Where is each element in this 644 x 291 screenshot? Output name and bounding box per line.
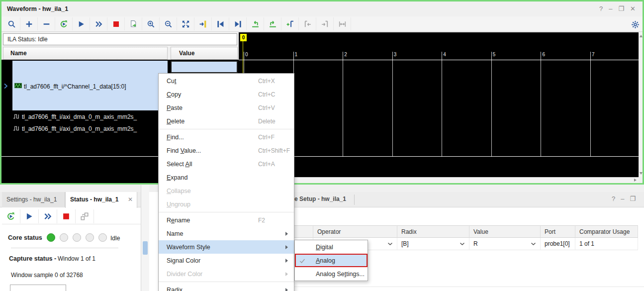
- zoom-in-icon[interactable]: [142, 17, 160, 30]
- trigger-col-header-operator[interactable]: Operator: [313, 225, 397, 238]
- progress-field: [10, 285, 66, 291]
- tab-settings-hw-ila-1[interactable]: Settings - hw_ila_1: [2, 192, 65, 207]
- radix-dropdown[interactable]: [B]: [397, 238, 469, 250]
- divider: [11, 248, 118, 248]
- ruler-gridline: [541, 52, 541, 60]
- chevron-down-icon: [387, 240, 393, 247]
- waveform-window: Waveform - hw_ila_1 ? – ❐ ✕ ILA Status: …: [0, 0, 644, 185]
- panel-splitter[interactable]: [141, 185, 149, 291]
- search-icon[interactable]: [3, 17, 20, 30]
- menu-item-label: Copy: [167, 91, 181, 98]
- maximize-icon[interactable]: ❐: [630, 195, 636, 202]
- tab-label: Status - hw_ila_1: [70, 196, 118, 203]
- menu-item-copy[interactable]: CopyCtrl+C: [159, 88, 294, 101]
- menu-item-rename[interactable]: RenameF2: [159, 213, 294, 227]
- add-probes-icon[interactable]: [20, 17, 38, 30]
- tab-status-hw-ila-1[interactable]: Status - hw_ila_1 ✕: [65, 192, 137, 208]
- span-markers-icon: [334, 17, 351, 30]
- name-column-header[interactable]: Name: [3, 47, 168, 60]
- ruler-baseline: [239, 60, 639, 60]
- menu-item-paste[interactable]: PasteCtrl+V: [159, 101, 294, 114]
- export-data-icon[interactable]: [125, 17, 142, 30]
- port-cell[interactable]: probe1[0]: [541, 238, 575, 250]
- core-status-light-active: [47, 233, 55, 242]
- help-icon[interactable]: ?: [599, 5, 603, 12]
- goto-previous-transition-icon[interactable]: [212, 17, 229, 30]
- goto-trigger-icon[interactable]: [194, 17, 212, 30]
- run-trigger-icon[interactable]: [73, 17, 90, 30]
- goto-next-transition-icon[interactable]: [229, 17, 247, 30]
- menu-item-signal-color[interactable]: Signal Color: [159, 254, 294, 267]
- menu-item-find-value[interactable]: Find Value...Ctrl+Shift+F: [159, 144, 294, 157]
- close-icon[interactable]: ✕: [630, 5, 636, 12]
- menu-item-label: Cut: [167, 78, 176, 85]
- tab-capture-setup[interactable]: e Setup - hw_ila_1: [294, 195, 346, 202]
- waveform-plot-area[interactable]: [239, 32, 639, 177]
- scroll-right-icon[interactable]: [634, 179, 637, 182]
- zoom-fit-icon[interactable]: [177, 17, 194, 30]
- help-icon[interactable]: ?: [612, 195, 615, 202]
- menu-item-cut[interactable]: CutCtrl+X: [159, 74, 294, 88]
- menu-item-radix[interactable]: Radix: [159, 283, 294, 291]
- tab-close-icon[interactable]: ✕: [128, 192, 133, 207]
- port-cell-value: probe1[0]: [545, 240, 570, 247]
- check-icon: [299, 258, 305, 265]
- comparator-usage-cell-value: 1 of 1: [579, 240, 594, 247]
- add-marker-icon[interactable]: [281, 17, 299, 30]
- stop-trigger-icon[interactable]: [107, 17, 125, 30]
- settings-gear-icon[interactable]: [629, 18, 642, 31]
- signal-row-label[interactable]: tl_ad7606_fft_i/axi_dma_0_m_axis_mm2s_: [22, 125, 160, 134]
- menu-item-expand[interactable]: Expand: [159, 171, 294, 184]
- trigger-col-header-gutter[interactable]: [294, 225, 313, 238]
- maximize-icon[interactable]: ❐: [618, 5, 624, 12]
- relayout-icon: [76, 209, 94, 223]
- value-column-header[interactable]: Value: [171, 47, 238, 60]
- swap-pre-trigger-icon[interactable]: [247, 17, 264, 30]
- auto-re-trigger-icon[interactable]: [55, 17, 73, 30]
- waveform-horizontal-scrollbar[interactable]: [239, 177, 639, 183]
- menu-item-name[interactable]: Name: [159, 227, 294, 240]
- splitter-handle[interactable]: [143, 241, 148, 255]
- run-trigger-icon[interactable]: [20, 209, 39, 223]
- digital-signal-icon: [13, 113, 20, 121]
- menu-item-label: Radix: [167, 287, 183, 291]
- trigger-col-header-port[interactable]: Port: [541, 225, 575, 238]
- menu-item-waveform-style[interactable]: Waveform Style: [159, 240, 294, 254]
- run-trigger-immediate-icon[interactable]: [39, 209, 57, 223]
- selected-value-cell[interactable]: [171, 61, 238, 73]
- minimize-icon[interactable]: –: [609, 5, 612, 12]
- auto-re-trigger-icon[interactable]: [2, 209, 20, 223]
- menu-item-label: Divider Color: [167, 271, 202, 278]
- comparator-usage-cell[interactable]: 1 of 1: [575, 238, 638, 250]
- signal-row-label[interactable]: tl_ad7606_fft_i/axi_dma_0_m_axis_mm2s_: [22, 113, 160, 122]
- submenu-item-digital[interactable]: Digital: [295, 240, 368, 254]
- menu-item-delete[interactable]: DeleteDelete: [159, 114, 294, 128]
- trigger-col-header-radix[interactable]: Radix: [397, 225, 469, 238]
- core-status-state: Idle: [110, 235, 120, 242]
- selected-signal-label: tl_ad7606_fft_i/^Channel_1_data[15:0]: [24, 83, 126, 90]
- submenu-item-analog-settings[interactable]: Analog Settings...: [295, 267, 368, 281]
- menu-item-label: Expand: [167, 174, 187, 181]
- swap-post-trigger-icon[interactable]: [264, 17, 281, 30]
- stop-trigger-icon[interactable]: [57, 209, 76, 223]
- trigger-col-header-comparator-usage[interactable]: Comparator Usage: [575, 225, 638, 238]
- expand-arrow-icon[interactable]: [3, 83, 8, 91]
- marker-badge[interactable]: 0: [240, 34, 247, 41]
- core-status-light: [98, 233, 107, 242]
- ruler-gridline: [491, 52, 492, 60]
- remove-probes-icon[interactable]: [38, 17, 55, 30]
- window-sample-value: Window sample 0 of 32768: [11, 272, 83, 279]
- minimize-icon[interactable]: –: [621, 195, 624, 202]
- submenu-item-analog[interactable]: Analog: [295, 254, 368, 267]
- ila-status-field: ILA Status: Idle: [3, 33, 237, 45]
- core-status-label: Core status: [8, 234, 42, 241]
- zoom-out-icon[interactable]: [160, 17, 177, 30]
- chevron-down-icon: [531, 240, 536, 247]
- context-menu: CutCtrl+XCopyCtrl+CPasteCtrl+VDeleteDele…: [158, 73, 294, 291]
- value-dropdown[interactable]: R: [469, 238, 541, 250]
- submenu-item-label: Analog Settings...: [316, 271, 365, 278]
- run-trigger-immediate-icon[interactable]: [90, 17, 107, 30]
- menu-item-find[interactable]: Find...Ctrl+F: [159, 130, 294, 144]
- menu-item-select-all[interactable]: Select AllCtrl+A: [159, 157, 294, 171]
- trigger-col-header-value[interactable]: Value: [469, 225, 541, 238]
